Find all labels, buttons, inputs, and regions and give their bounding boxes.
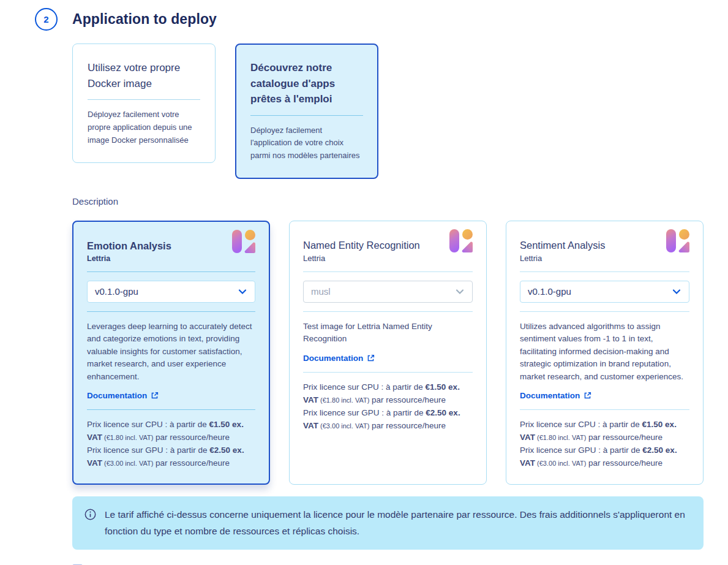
app-title: Named Entity Recognition	[303, 235, 420, 251]
option-description: Déployez facilement votre propre applica…	[88, 108, 200, 146]
divider	[303, 271, 473, 272]
option-title: Utilisez votre propre Docker image	[88, 60, 200, 91]
divider	[87, 311, 255, 312]
divider	[87, 271, 255, 272]
lettria-logo-icon	[232, 230, 255, 253]
option-card-docker-image[interactable]: Utilisez votre propre Docker image Déplo…	[72, 44, 216, 163]
pricing-line-cpu: Prix licence sur CPU : à partir de €1.50…	[87, 419, 255, 444]
divider	[303, 311, 473, 312]
pricing-block: Prix licence sur CPU : à partir de €1.50…	[87, 419, 255, 470]
version-select-value: v0.1.0-gpu	[95, 286, 138, 297]
documentation-link[interactable]: Documentation	[303, 354, 375, 363]
pricing-block: Prix licence sur CPU : à partir de €1.50…	[520, 419, 689, 470]
app-description: Leverages deep learning to accurately de…	[87, 320, 255, 384]
version-select[interactable]: musl	[303, 281, 473, 303]
divider	[87, 409, 255, 410]
step-number: 2	[43, 14, 48, 25]
external-link-icon	[367, 354, 375, 362]
chevron-down-icon	[238, 287, 247, 297]
pricing-line-cpu: Prix licence sur CPU : à partir de €1.50…	[520, 419, 689, 444]
divider	[520, 271, 689, 272]
pricing-line-cpu: Prix licence sur CPU : à partir de €1.50…	[303, 381, 473, 407]
app-card-emotion-analysis[interactable]: Emotion Analysis Lettria v0.1.0-gpu Leve…	[72, 221, 270, 485]
external-link-icon	[584, 392, 591, 400]
app-card-sentiment-analysis[interactable]: Sentiment Analysis Lettria v0.1.0-gpu Ut…	[506, 221, 704, 485]
documentation-link[interactable]: Documentation	[87, 391, 159, 400]
version-select-value: v0.1.0-gpu	[528, 286, 571, 297]
version-select[interactable]: v0.1.0-gpu	[87, 281, 255, 303]
app-description: Test image for Lettria Named Entity Reco…	[303, 320, 473, 346]
app-catalog-cards: Emotion Analysis Lettria v0.1.0-gpu Leve…	[72, 221, 704, 485]
step-number-badge: 2	[35, 8, 58, 31]
documentation-link-label: Documentation	[87, 391, 147, 400]
option-title: Découvrez notre catalogue d'apps prêtes …	[250, 60, 363, 107]
pricing-info-text: Le tarif affiché ci-dessus concerne uniq…	[105, 507, 686, 539]
documentation-link[interactable]: Documentation	[520, 391, 591, 400]
pricing-info-banner: Le tarif affiché ci-dessus concerne uniq…	[72, 496, 704, 550]
lettria-logo-icon	[666, 229, 689, 252]
version-select-value: musl	[311, 286, 331, 297]
divider	[88, 99, 200, 100]
documentation-link-label: Documentation	[520, 391, 580, 400]
chevron-down-icon	[672, 287, 681, 297]
chevron-down-icon	[455, 287, 465, 297]
app-vendor: Lettria	[520, 254, 605, 263]
deployment-type-options: Utilisez votre propre Docker image Déplo…	[72, 44, 704, 179]
app-vendor: Lettria	[87, 254, 171, 263]
pricing-line-gpu: Prix licence sur GPU : à partir de €2.50…	[520, 444, 689, 470]
app-vendor: Lettria	[303, 254, 420, 263]
divider	[520, 311, 689, 312]
option-description: Déployez facilement l'application de vot…	[250, 124, 363, 162]
page-title: Application to deploy	[72, 11, 217, 28]
divider	[520, 409, 689, 410]
external-link-icon	[151, 392, 159, 400]
description-label: Description	[72, 196, 704, 207]
lettria-logo-icon	[449, 229, 473, 252]
app-card-named-entity-recognition[interactable]: Named Entity Recognition Lettria musl Te…	[289, 221, 487, 485]
pricing-line-gpu: Prix licence sur GPU : à partir de €2.50…	[87, 444, 255, 470]
divider	[303, 372, 473, 373]
pricing-block: Prix licence sur CPU : à partir de €1.50…	[303, 381, 473, 433]
pricing-line-gpu: Prix licence sur GPU : à partir de €2.50…	[303, 407, 473, 433]
option-card-app-catalog[interactable]: Découvrez notre catalogue d'apps prêtes …	[235, 44, 378, 179]
documentation-link-label: Documentation	[303, 354, 363, 363]
version-select[interactable]: v0.1.0-gpu	[520, 281, 689, 303]
info-icon	[84, 509, 96, 520]
app-title: Emotion Analysis	[87, 235, 171, 252]
app-description: Utilizes advanced algorithms to assign s…	[520, 320, 689, 384]
divider	[250, 115, 363, 116]
step-header: 2 Application to deploy	[35, 8, 728, 31]
app-title: Sentiment Analysis	[520, 235, 605, 251]
